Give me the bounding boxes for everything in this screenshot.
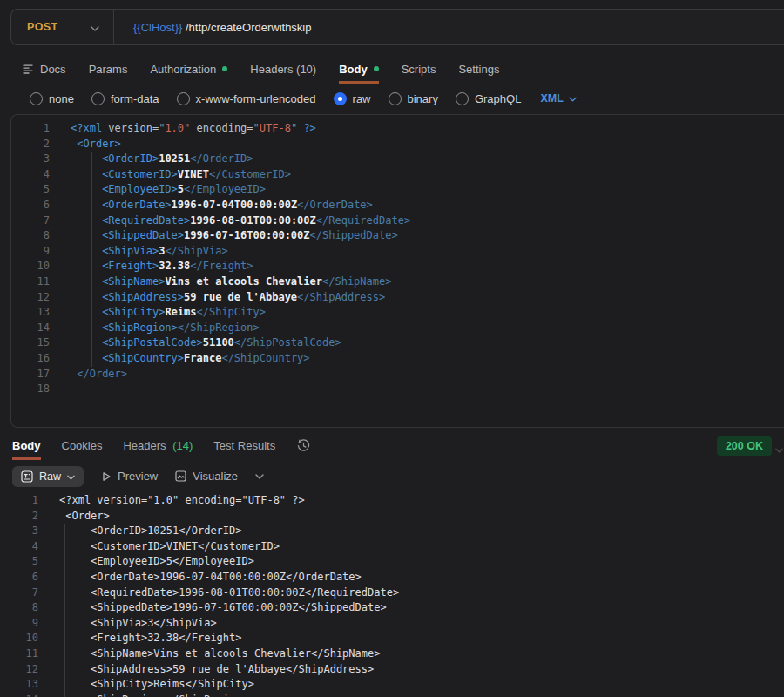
response-tab-test-results[interactable]: Test Results [213, 431, 275, 460]
visualize-button[interactable]: Visualize [175, 470, 238, 483]
tab-scripts[interactable]: Scripts [402, 54, 436, 84]
response-tab-headers[interactable]: Headers (14) [123, 431, 193, 460]
code-line: 7 <RequiredDate>1996-08-01T00:00:00Z</Re… [11, 213, 784, 229]
preview-button[interactable]: Preview [101, 470, 158, 483]
line-number: 17 [11, 367, 50, 382]
line-number: 3 [0, 524, 38, 539]
radio-icon [177, 92, 190, 105]
code-line: 3 <OrderID>10251</OrderID> [11, 152, 784, 167]
raw-language-dropdown[interactable]: XML [540, 92, 576, 105]
line-number: 10 [0, 631, 38, 646]
radio-icon [389, 92, 402, 105]
line-number: 15 [11, 335, 50, 351]
body-type-form-data[interactable]: form-data [91, 92, 159, 105]
line-number: 5 [11, 182, 50, 198]
line-number: 6 [11, 198, 50, 213]
response-options-chevron-icon[interactable] [775, 441, 783, 457]
body-type-graphql[interactable]: GraphQL [456, 92, 521, 105]
raw-view-button[interactable]: Raw [12, 466, 84, 487]
line-number: 7 [11, 213, 50, 229]
line-number: 6 [0, 570, 38, 585]
radio-icon [30, 92, 43, 105]
radio-label: form-data [111, 92, 159, 105]
code-line: 8 <ShippedDate>1996-07-16T00:00:00Z</Shi… [0, 600, 784, 616]
indent-guide [91, 152, 92, 367]
raw-button-label: Raw [39, 470, 61, 483]
url-input[interactable]: {{ClHost}} /http/createOrderwithskip [114, 10, 784, 44]
code-line: 4 <CustomerID>VINET</CustomerID> [0, 539, 784, 555]
tab-headers-10[interactable]: Headers (10) [250, 54, 316, 84]
response-tabs: BodyCookiesHeaders (14)Test Results 200 … [0, 431, 784, 460]
image-icon [175, 470, 186, 482]
chevron-down-icon [569, 92, 577, 105]
line-number: 8 [11, 228, 50, 244]
code-line: 5 <EmployeeID>5</EmployeeID> [11, 182, 784, 198]
code-line: 9 <ShipVia>3</ShipVia> [0, 616, 784, 632]
request-tabs: DocsParamsAuthorizationHeaders (10)BodyS… [10, 54, 784, 84]
method-label: POST [27, 21, 58, 33]
tab-authorization[interactable]: Authorization [150, 54, 227, 84]
raw-language-label: XML [540, 92, 563, 105]
code-line: 2 <Order> [0, 509, 784, 524]
code-line: 6 <OrderDate>1996-07-04T00:00:00Z</Order… [0, 570, 784, 585]
tab-label: Cookies [62, 439, 103, 452]
tab-docs[interactable]: Docs [23, 54, 66, 84]
line-number: 2 [11, 137, 50, 152]
radio-icon [91, 92, 105, 105]
tab-label: Docs [40, 63, 66, 76]
body-type-binary[interactable]: binary [389, 92, 438, 105]
body-type-raw[interactable]: raw [334, 92, 371, 105]
code-line: 12 <ShipAddress>59 rue de l'Abbaye</Ship… [11, 290, 784, 306]
code-line: 14 <ShipRegion></ShipRegion> [11, 321, 784, 336]
line-number: 8 [0, 600, 38, 616]
line-number: 11 [0, 646, 38, 662]
line-number: 5 [0, 554, 38, 570]
raw-text-icon [21, 470, 33, 483]
docs-icon [23, 64, 34, 74]
code-line: 2 <Order> [11, 137, 784, 152]
line-number: 10 [11, 259, 50, 274]
tab-settings[interactable]: Settings [458, 54, 499, 84]
line-number: 14 [0, 693, 38, 697]
chevron-down-icon [67, 470, 75, 483]
chevron-down-icon[interactable] [255, 474, 264, 479]
line-number: 12 [0, 662, 38, 678]
tab-label: Authorization [150, 63, 216, 76]
code-line: 1<?xml version="1.0" encoding="UTF-8" ?> [0, 493, 784, 509]
code-line: 1<?xml version="1.0" encoding="UTF-8" ?> [11, 121, 784, 137]
radio-icon [456, 92, 469, 105]
tab-label: Test Results [213, 439, 275, 452]
tab-params[interactable]: Params [89, 54, 128, 84]
line-number: 2 [0, 509, 38, 524]
code-line: 10 <Freight>32.38</Freight> [11, 259, 784, 274]
response-toolbar: Raw Preview Visualize [0, 460, 784, 492]
body-type-x-www-form-urlencoded[interactable]: x-www-form-urlencoded [177, 92, 316, 105]
tab-body[interactable]: Body [339, 54, 379, 84]
play-icon [101, 471, 112, 482]
body-type-radios: noneform-datax-www-form-urlencodedrawbin… [30, 92, 521, 105]
code-line: 9 <ShipVia>3</ShipVia> [11, 244, 784, 260]
response-tab-cookies[interactable]: Cookies [62, 431, 103, 460]
request-url-bar: POST {{ClHost}} /http/createOrderwithski… [10, 9, 784, 45]
code-line: 10 <Freight>32.38</Freight> [0, 631, 784, 646]
line-number: 9 [0, 616, 38, 632]
tab-label: Params [89, 63, 128, 76]
line-number: 1 [11, 121, 50, 137]
line-number: 14 [11, 321, 50, 336]
radio-icon [334, 92, 347, 105]
tab-count: (14) [170, 439, 193, 452]
history-icon[interactable] [296, 431, 311, 460]
body-type-none[interactable]: none [30, 92, 74, 105]
request-body-editor[interactable]: 1<?xml version="1.0" encoding="UTF-8" ?>… [10, 114, 784, 428]
line-number: 1 [0, 493, 38, 509]
response-body-viewer[interactable]: 1<?xml version="1.0" encoding="UTF-8" ?>… [0, 492, 784, 697]
radio-label: binary [408, 92, 438, 105]
code-line: 5 <EmployeeID>5</EmployeeID> [0, 554, 784, 570]
code-line: 8 <ShippedDate>1996-07-16T00:00:00Z</Shi… [11, 228, 784, 244]
line-number: 12 [11, 290, 50, 306]
response-tab-body[interactable]: Body [12, 431, 41, 460]
method-selector[interactable]: POST [11, 10, 114, 44]
line-number: 3 [11, 152, 50, 167]
api-client-window: { "request": { "method": "POST", "url": … [0, 0, 784, 697]
line-number: 9 [11, 244, 50, 260]
